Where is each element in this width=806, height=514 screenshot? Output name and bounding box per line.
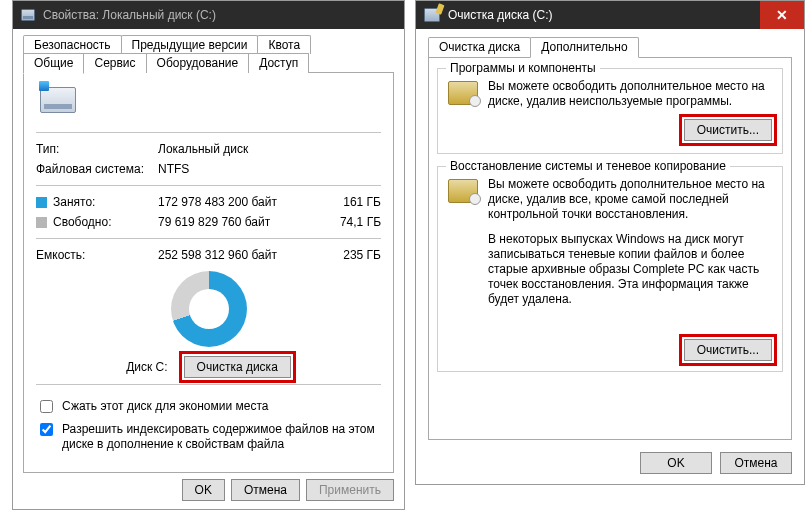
divider: [36, 238, 381, 239]
chk-compress-row[interactable]: Сжать этот диск для экономии места: [36, 399, 381, 416]
drive-icon: [21, 9, 35, 21]
capacity-gb: 235 ГБ: [321, 245, 381, 265]
cleanup-icon: [424, 8, 440, 22]
clean-programs-button[interactable]: Очистить...: [684, 119, 772, 141]
chk-index-label: Разрешить индексировать содержимое файло…: [62, 422, 381, 452]
tab-general[interactable]: Общие: [23, 53, 84, 74]
disk-caption: Диск C:: [126, 360, 167, 374]
properties-window: Свойства: Локальный диск (C:) Безопаснос…: [12, 0, 405, 510]
chk-compress-label: Сжать этот диск для экономии места: [62, 399, 268, 414]
properties-title: Свойства: Локальный диск (C:): [43, 8, 216, 22]
capacity-label: Емкость:: [36, 245, 158, 265]
fs-label: Файловая система:: [36, 159, 158, 179]
cleanup-cancel-button[interactable]: Отмена: [720, 452, 792, 474]
tab-access[interactable]: Доступ: [248, 53, 309, 73]
cleanup-titlebar[interactable]: Очистка диска (C:) ✕: [416, 1, 804, 29]
chk-compress[interactable]: [40, 400, 53, 413]
properties-buttons: OK Отмена Применить: [182, 479, 394, 501]
properties-titlebar[interactable]: Свойства: Локальный диск (C:): [13, 1, 404, 29]
used-gb: 161 ГБ: [321, 192, 381, 212]
tab-general-content: Тип: Локальный диск Файловая система: NT…: [23, 73, 394, 473]
clean-restore-button[interactable]: Очистить...: [684, 339, 772, 361]
drive-icon-large: [40, 87, 76, 113]
row-fs: Файловая система: NTFS: [36, 159, 381, 179]
group-restore: Восстановление системы и теневое копиров…: [437, 166, 783, 372]
tab-disk-cleanup[interactable]: Очистка диска: [428, 37, 531, 57]
free-bytes: 79 619 829 760 байт: [158, 212, 321, 232]
checkbox-group: Сжать этот диск для экономии места Разре…: [36, 399, 381, 452]
cleanup-tabs: Очистка диска Дополнительно: [428, 37, 792, 58]
divider: [36, 384, 381, 385]
programs-icon: [448, 81, 478, 105]
group-programs: Программы и компоненты Вы можете освобод…: [437, 68, 783, 154]
divider: [36, 132, 381, 133]
free-swatch-icon: [36, 217, 47, 228]
group-restore-text1: Вы можете освободить дополнительное мест…: [488, 177, 772, 222]
free-gb: 74,1 ГБ: [321, 212, 381, 232]
type-value: Локальный диск: [158, 139, 381, 159]
cancel-button[interactable]: Отмена: [231, 479, 300, 501]
used-swatch-icon: [36, 197, 47, 208]
tab-quota[interactable]: Квота: [257, 35, 311, 54]
ok-button[interactable]: OK: [182, 479, 225, 501]
chk-index[interactable]: [40, 423, 53, 436]
close-button[interactable]: ✕: [760, 1, 804, 29]
cleanup-content: Программы и компоненты Вы можете освобод…: [428, 58, 792, 440]
properties-tabs: Безопасность Предыдущие версии Квота Общ…: [23, 35, 394, 73]
tab-service[interactable]: Сервис: [83, 53, 146, 73]
used-bytes: 172 978 483 200 байт: [158, 192, 321, 212]
usage-donut-wrap: [36, 271, 381, 350]
fs-value: NTFS: [158, 159, 381, 179]
cleanup-ok-button[interactable]: OK: [640, 452, 712, 474]
tab-additional[interactable]: Дополнительно: [530, 37, 638, 58]
tab-hardware[interactable]: Оборудование: [146, 53, 250, 73]
apply-button[interactable]: Применить: [306, 479, 394, 501]
row-type: Тип: Локальный диск: [36, 139, 381, 159]
capacity-bytes: 252 598 312 960 байт: [158, 245, 321, 265]
cleanup-buttons: OK Отмена: [640, 452, 792, 474]
free-label: Свободно:: [53, 215, 112, 229]
group-restore-text2: В некоторых выпусках Windows на диск мог…: [488, 232, 772, 307]
chk-index-row[interactable]: Разрешить индексировать содержимое файло…: [36, 422, 381, 452]
row-used: Занято: 172 978 483 200 байт 161 ГБ: [36, 192, 381, 212]
close-icon: ✕: [776, 7, 788, 23]
group-programs-text: Вы можете освободить дополнительное мест…: [488, 79, 772, 109]
cleanup-window: Очистка диска (C:) ✕ Очистка диска Допол…: [415, 0, 805, 485]
cleanup-body: Очистка диска Дополнительно Программы и …: [416, 29, 804, 440]
row-free: Свободно: 79 619 829 760 байт 74,1 ГБ: [36, 212, 381, 232]
group-restore-legend: Восстановление системы и теневое копиров…: [446, 159, 730, 173]
row-capacity: Емкость: 252 598 312 960 байт 235 ГБ: [36, 245, 381, 265]
used-label: Занято:: [53, 195, 95, 209]
disk-cleanup-button[interactable]: Очистка диска: [184, 356, 291, 378]
tab-prev-versions[interactable]: Предыдущие версии: [121, 35, 259, 54]
group-programs-legend: Программы и компоненты: [446, 61, 600, 75]
tab-security[interactable]: Безопасность: [23, 35, 122, 54]
restore-icon: [448, 179, 478, 203]
divider: [36, 185, 381, 186]
usage-donut: [171, 271, 247, 347]
type-label: Тип:: [36, 139, 158, 159]
properties-body: Безопасность Предыдущие версии Квота Общ…: [13, 29, 404, 483]
cleanup-title: Очистка диска (C:): [448, 8, 553, 22]
